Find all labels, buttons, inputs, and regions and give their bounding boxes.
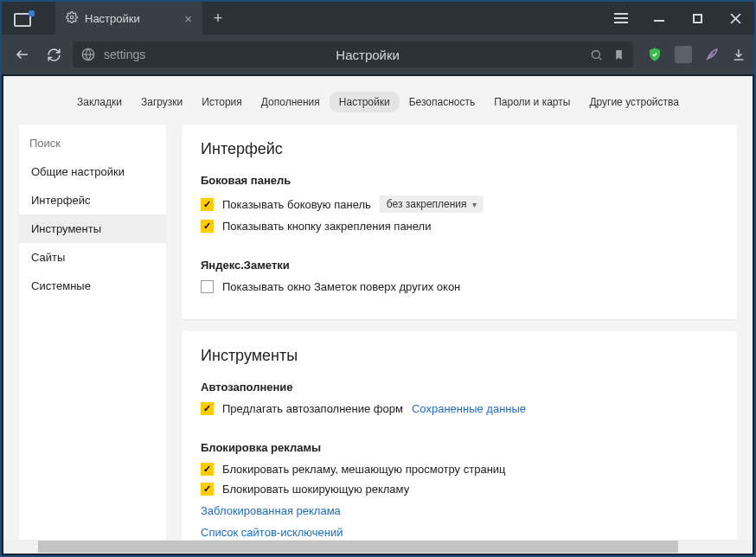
opt-autofill-label: Предлагать автозаполнение форм xyxy=(222,402,403,415)
sidebar-item-sites[interactable]: Сайты xyxy=(19,243,166,272)
checkbox-notes-ontop[interactable] xyxy=(201,280,214,293)
tab-close-icon[interactable]: × xyxy=(184,11,192,26)
browser-tab[interactable]: Настройки × xyxy=(55,2,202,35)
sidebar-search-input[interactable] xyxy=(29,137,156,150)
topnav-settings[interactable]: Настройки xyxy=(330,92,400,112)
window-close-button[interactable] xyxy=(716,2,754,35)
link-saved-data[interactable]: Сохраненные данные xyxy=(412,402,526,415)
autofill-heading: Автозаполнение xyxy=(201,381,718,394)
sidebar-item-tools[interactable]: Инструменты xyxy=(19,214,166,243)
bookmark-icon[interactable] xyxy=(613,48,625,61)
link-exceptions[interactable]: Список сайтов-исключений xyxy=(201,526,343,539)
adblock-heading: Блокировка рекламы xyxy=(201,441,718,454)
topnav-passwords[interactable]: Пароли и карты xyxy=(484,92,580,112)
menu-button[interactable] xyxy=(602,2,640,35)
link-blocked-ads[interactable]: Заблокированная реклама xyxy=(201,504,341,517)
svg-point-6 xyxy=(593,50,600,58)
close-icon xyxy=(730,13,741,24)
svg-point-0 xyxy=(70,16,74,19)
topnav-devices[interactable]: Другие устройства xyxy=(580,92,689,112)
topnav-security[interactable]: Безопасность xyxy=(400,92,485,112)
topnav-addons[interactable]: Дополнения xyxy=(252,92,330,112)
opt-block-shocking-label: Блокировать шокирующую рекламу xyxy=(222,483,409,496)
address-bar: settings Настройки xyxy=(2,35,754,74)
checkbox-show-pin-button[interactable] xyxy=(201,220,214,233)
new-tab-button[interactable]: + xyxy=(202,2,234,35)
window-maximize-button[interactable] xyxy=(678,2,716,35)
download-icon[interactable] xyxy=(732,48,746,61)
topnav-bookmarks[interactable]: Закладки xyxy=(67,92,131,112)
globe-icon xyxy=(81,48,95,61)
checkbox-block-shocking[interactable] xyxy=(201,483,214,496)
tab-title: Настройки xyxy=(85,12,177,25)
topnav-history[interactable]: История xyxy=(192,92,252,112)
url-text: settings xyxy=(104,48,145,61)
search-icon[interactable] xyxy=(590,48,603,61)
arrow-left-icon xyxy=(15,47,30,62)
content-area: Закладки Загрузки История Дополнения Нас… xyxy=(3,76,753,554)
opt-notes-ontop-label: Показывать окно Заметок поверх других ок… xyxy=(222,280,460,293)
address-field[interactable]: settings Настройки xyxy=(73,42,633,67)
select-sidepanel-mode[interactable]: без закрепления xyxy=(380,195,484,213)
checkbox-show-sidepanel[interactable] xyxy=(201,198,214,211)
gear-icon xyxy=(66,11,78,26)
settings-sidebar: Общие настройки Интерфейс Инструменты Са… xyxy=(19,125,166,540)
sidebar-item-system[interactable]: Системные xyxy=(19,272,166,300)
opt-show-sidepanel-label: Показывать боковую панель xyxy=(222,198,371,211)
hamburger-icon xyxy=(614,13,628,23)
feather-icon[interactable] xyxy=(704,47,720,62)
panel-interface-title: Интерфейс xyxy=(201,140,718,158)
svg-line-7 xyxy=(599,57,601,60)
checkbox-autofill[interactable] xyxy=(201,402,214,415)
sidebar-search[interactable] xyxy=(19,128,166,157)
reload-button[interactable] xyxy=(42,42,66,67)
sidebar-item-interface[interactable]: Интерфейс xyxy=(19,186,166,214)
topnav-downloads[interactable]: Загрузки xyxy=(131,92,192,112)
minimize-icon xyxy=(654,20,664,22)
panel-tools: Инструменты Автозаполнение Предлагать ав… xyxy=(182,331,737,540)
avatar-icon[interactable] xyxy=(675,46,692,63)
checkbox-block-intrusive[interactable] xyxy=(201,463,214,476)
maximize-icon xyxy=(693,14,702,23)
panel-interface: Интерфейс Боковая панель Показывать боко… xyxy=(182,125,737,319)
shield-icon[interactable] xyxy=(647,46,663,63)
reload-icon xyxy=(47,48,61,62)
back-button[interactable] xyxy=(10,42,35,67)
window-minimize-button[interactable] xyxy=(640,2,678,35)
window-titlebar: Настройки × + xyxy=(2,2,754,35)
opt-block-intrusive-label: Блокировать рекламу, мешающую просмотру … xyxy=(222,463,506,476)
page-title: Настройки xyxy=(154,48,581,62)
top-nav-tabs: Закладки Загрузки История Дополнения Нас… xyxy=(3,76,753,125)
sidebar-item-general[interactable]: Общие настройки xyxy=(19,157,166,186)
horizontal-scrollbar[interactable] xyxy=(3,540,753,554)
notes-heading: Яндекс.Заметки xyxy=(201,259,718,272)
sidepanel-heading: Боковая панель xyxy=(201,174,718,187)
panel-tools-title: Инструменты xyxy=(201,347,718,365)
opt-show-pin-button-label: Показывать кнопку закрепления панели xyxy=(222,220,431,233)
taskview-icon[interactable] xyxy=(14,10,33,26)
titlebar-left xyxy=(2,2,40,35)
